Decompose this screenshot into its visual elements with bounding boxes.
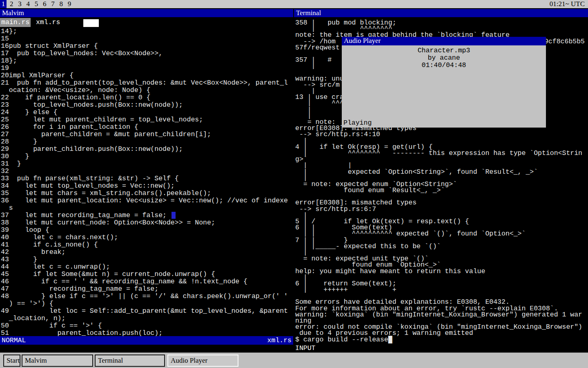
clock: 01:21~ UTC [550, 0, 585, 8]
code-line: 23 top_level_nodes.push(Box::new(node)); [1, 101, 292, 109]
workspace-7[interactable]: 7 [50, 0, 56, 8]
editor-buffer[interactable]: 14};1516pub struct XmlParser {17 pub top… [1, 28, 292, 337]
code-line: 48 } else if c == '>' || (c == '/' && ch… [1, 293, 292, 300]
code-line: 27 parent_children = &mut parent_childre… [1, 131, 292, 138]
code-line: 39 loop { [1, 227, 292, 234]
code-line: 47 recording_tag_name = false; [1, 285, 292, 293]
code-line: ) == '>') { [1, 300, 292, 307]
code-line: 24 } else { [1, 109, 292, 116]
terminal-line: $ cargo build --release█ [295, 337, 587, 343]
code-line: 26 for i in parent_location { [1, 123, 292, 131]
code-line: 34 let mut top_level_nodes = Vec::new(); [1, 182, 292, 190]
code-line: 42 break; [1, 249, 292, 256]
vim-statusbar: NORMAL xml.rs [0, 336, 293, 345]
start-button[interactable]: Start [3, 355, 20, 367]
code-line: 49 let loc = Self::add_to_parent(&mut to… [1, 307, 292, 315]
workspace-bar: 1 2 3 4 5 6 7 8 9 01:21~ UTC [0, 0, 588, 9]
editor-cursor [172, 212, 176, 219]
code-line: 46 if c == ' ' && recording_tag_name && … [1, 278, 292, 285]
code-line: 29 parent_children.push(Box::new(node)); [1, 146, 292, 153]
terminal-line: | ++++++ + [295, 287, 587, 293]
code-line: 31 } [1, 160, 292, 168]
code-line: 25 let mut parent_children = top_level_n… [1, 116, 292, 123]
code-line: ocation: &Vec<usize>, node: Node) { [1, 87, 292, 94]
code-line: 44 let c = c.unwrap(); [1, 263, 292, 271]
terminal-line: help: you might have meant to return thi… [295, 268, 587, 274]
terminal-line: | expected `Option<String>`, found `Resu… [295, 169, 587, 175]
track-artist: by acane [342, 54, 546, 62]
code-line: 33 pub fn parse(xml_string: &str) -> Sel… [1, 175, 292, 182]
vim-mode: NORMAL [2, 336, 26, 345]
terminal-line-right: 9cf8c6b5b5 [544, 38, 585, 45]
code-line: 40 let c = chars.next(); [1, 234, 292, 241]
taskbar-item-terminal[interactable]: Terminal [95, 355, 165, 367]
taskbar-item-audio-player[interactable]: Audio Player [167, 355, 238, 367]
workspace-2[interactable]: 2 [8, 0, 15, 8]
code-line: 41 if c.is_none() { [1, 241, 292, 249]
tab-xml-rs[interactable]: xml.rs [35, 18, 61, 27]
track-name: Character.mp3 [342, 47, 546, 54]
code-line: 28 } [1, 138, 292, 146]
code-line: 30 } [1, 153, 292, 160]
workspace-9[interactable]: 9 [66, 0, 73, 8]
terminal-line: | |_____- expected this to be `()` [295, 243, 587, 249]
taskbar-item-malvim[interactable]: Malvim [22, 355, 93, 367]
terminal-line: | ^^^^^^^^ -------- this expression has … [295, 150, 587, 156]
taskbar: Start Malvim Terminal Audio Player [0, 352, 588, 368]
workspace-1[interactable]: 1 [0, 0, 7, 8]
audio-player-titlebar[interactable]: Audio Player [342, 37, 546, 45]
code-line: 35 let mut chars = xml_string.chars().pe… [1, 190, 292, 197]
tab-main-rs[interactable]: main.rs [0, 18, 31, 27]
code-line: _location, n); [1, 315, 292, 322]
audio-player-window: Audio Player Character.mp3 by acane 01:4… [342, 37, 546, 128]
terminal-line: found enum `Result<_, _>` [295, 187, 587, 193]
code-line: s [1, 204, 292, 212]
code-line: 15 [1, 35, 292, 43]
code-line: 45 if let Some(&mut n) = current_node.un… [1, 271, 292, 278]
workspace-8[interactable]: 8 [58, 0, 65, 8]
code-line: 20impl XmlParser { [1, 72, 292, 79]
terminal-line: --> src/http.rs:4:10 [295, 131, 587, 137]
code-line: 43 } [1, 256, 292, 263]
track-time: 01:40/04:48 [342, 62, 546, 69]
code-line: 32 [1, 168, 292, 175]
audio-player-body: Character.mp3 by acane 01:40/04:48 Playi… [342, 45, 546, 128]
terminal-line: warning: `koxinga` (bin "mingInternet_Ko… [295, 312, 587, 318]
terminal-line: --> src/http.rs:6:7 [295, 206, 587, 212]
malvim-titlebar: Malvim [0, 9, 293, 17]
malvim-window: Malvim main.rs xml.rs 14};1516pub struct… [0, 9, 293, 352]
workspace-4[interactable]: 4 [25, 0, 31, 8]
code-line: 18}; [1, 57, 292, 65]
tabline-fill [83, 19, 99, 27]
vim-filename: xml.rs [267, 336, 292, 345]
terminal-titlebar: Terminal [294, 9, 588, 17]
code-line: 22 if parent_location.len() == 0 { [1, 94, 292, 101]
workspace-3[interactable]: 3 [17, 0, 23, 8]
code-line: 19 [1, 65, 292, 72]
code-line: 50 if c == '>' { [1, 322, 292, 330]
code-line: 16pub struct XmlParser { [1, 43, 292, 50]
code-line: 14}; [1, 28, 292, 35]
playback-status: Playing [343, 119, 372, 127]
desktop: 1 2 3 4 5 6 7 8 9 01:21~ UTC Malvim main… [0, 0, 588, 368]
code-line: 38 let mut current_node: Option<Box<Node… [1, 219, 292, 227]
code-line: 37 let mut recording_tag_name = false; [1, 212, 292, 219]
workspace-5[interactable]: 5 [33, 0, 40, 8]
code-line: 21 pub fn add_to_parent(top_level_nodes:… [1, 79, 292, 87]
malvim-tabbar: main.rs xml.rs [0, 18, 293, 27]
code-line: 36 let mut parent_location: Vec<usize> =… [1, 197, 292, 204]
terminal-mode-indicator: INPUT [295, 345, 316, 352]
code-line: 17 pub top_level_nodes: Vec<Box<Node>>, [1, 50, 292, 57]
workspace-6[interactable]: 6 [41, 0, 48, 8]
